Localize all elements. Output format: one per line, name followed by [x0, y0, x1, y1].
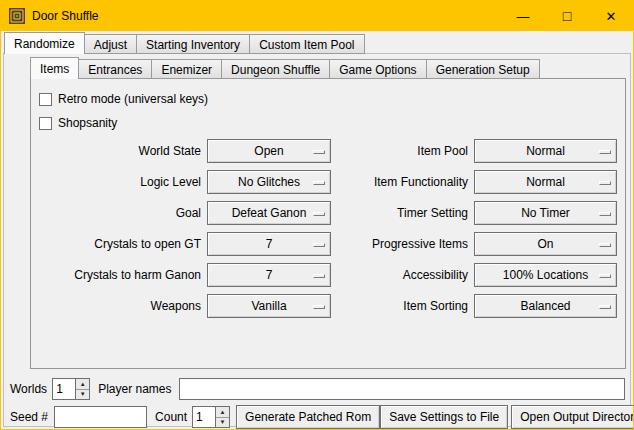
items-panel: Retro mode (universal keys) Shopsanity W… — [30, 78, 626, 369]
checkbox-unchecked-icon — [39, 93, 52, 106]
logic-level-value: No Glitches — [238, 175, 300, 189]
item-functionality-dropdown[interactable]: Normal — [474, 170, 617, 194]
worlds-input[interactable] — [52, 378, 75, 400]
count-spinner-arrows: ▲ ▼ — [215, 406, 230, 428]
dropdown-indicator-icon — [599, 150, 611, 154]
dropdown-indicator-icon — [313, 150, 325, 154]
window-controls: — □ ✕ — [501, 1, 633, 31]
accessibility-value: 100% Locations — [503, 268, 588, 282]
progressive-items-dropdown[interactable]: On — [474, 232, 617, 256]
app-icon[interactable] — [9, 8, 25, 24]
tab-dungeon-shuffle[interactable]: Dungeon Shuffle — [221, 59, 330, 79]
timer-setting-label: Timer Setting — [337, 197, 468, 228]
checkbox-unchecked-icon — [39, 117, 52, 130]
player-names-label: Player names — [98, 382, 171, 396]
world-state-label: World State — [31, 135, 201, 166]
world-state-dropdown[interactable]: Open — [207, 139, 331, 163]
item-pool-dropdown[interactable]: Normal — [474, 139, 617, 163]
crystals-open-gt-dropdown[interactable]: 7 — [207, 232, 331, 256]
tab-enemizer[interactable]: Enemizer — [151, 59, 222, 79]
item-sorting-label: Item Sorting — [337, 290, 468, 321]
door-shuffle-window: Door Shuffle — □ ✕ Randomize Adjust Star… — [0, 0, 634, 430]
secondary-tabs: Items Entrances Enemizer Dungeon Shuffle… — [30, 57, 540, 79]
dropdown-indicator-icon — [599, 305, 611, 309]
tab-entrances[interactable]: Entrances — [78, 59, 152, 79]
primary-tabs: Randomize Adjust Starting Inventory Cust… — [4, 32, 365, 54]
progressive-items-label: Progressive Items — [337, 228, 468, 259]
titlebar[interactable]: Door Shuffle — □ ✕ — [1, 1, 633, 31]
spin-up-icon[interactable]: ▲ — [76, 379, 89, 390]
maximize-button[interactable]: □ — [545, 1, 589, 31]
shopsanity-label: Shopsanity — [58, 116, 117, 130]
seed-row: Seed # Count ▲ ▼ Generate Patched Rom Sa… — [10, 405, 625, 429]
weapons-dropdown[interactable]: Vanilla — [207, 294, 331, 318]
worlds-spinner-arrows: ▲ ▼ — [75, 378, 90, 400]
save-settings-button[interactable]: Save Settings to File — [380, 405, 508, 429]
crystals-harm-ganon-dropdown[interactable]: 7 — [207, 263, 331, 287]
world-state-value: Open — [254, 144, 283, 158]
checkbox-group: Retro mode (universal keys) Shopsanity — [39, 87, 208, 135]
item-functionality-label: Item Functionality — [337, 166, 468, 197]
spin-down-icon[interactable]: ▼ — [216, 418, 229, 428]
spin-down-icon[interactable]: ▼ — [76, 390, 89, 400]
item-pool-label: Item Pool — [337, 135, 468, 166]
player-names-input[interactable] — [179, 378, 626, 400]
dropdown-indicator-icon — [599, 274, 611, 278]
accessibility-dropdown[interactable]: 100% Locations — [474, 263, 617, 287]
retro-mode-checkbox[interactable]: Retro mode (universal keys) — [39, 87, 208, 111]
dropdown-indicator-icon — [313, 212, 325, 216]
dropdown-indicator-icon — [313, 274, 325, 278]
tab-adjust[interactable]: Adjust — [84, 34, 137, 54]
goal-value: Defeat Ganon — [232, 206, 307, 220]
generate-rom-button[interactable]: Generate Patched Rom — [236, 405, 380, 429]
timer-setting-dropdown[interactable]: No Timer — [474, 201, 617, 225]
shopsanity-checkbox[interactable]: Shopsanity — [39, 111, 208, 135]
crystals-harm-ganon-value: 7 — [266, 268, 273, 282]
progressive-items-value: On — [537, 237, 553, 251]
open-output-directory-button[interactable]: Open Output Directory — [511, 405, 634, 429]
minimize-button[interactable]: — — [501, 1, 545, 31]
dropdown-indicator-icon — [313, 305, 325, 309]
crystals-open-gt-value: 7 — [266, 237, 273, 251]
crystals-harm-ganon-label: Crystals to harm Ganon — [31, 259, 201, 290]
logic-level-label: Logic Level — [31, 166, 201, 197]
timer-setting-value: No Timer — [521, 206, 570, 220]
randomize-panel: Items Entrances Enemizer Dungeon Shuffle… — [3, 53, 631, 427]
worlds-spinner[interactable]: ▲ ▼ — [52, 378, 90, 400]
dropdown-indicator-icon — [313, 243, 325, 247]
item-pool-value: Normal — [526, 144, 565, 158]
tab-items[interactable]: Items — [30, 57, 79, 79]
retro-mode-label: Retro mode (universal keys) — [58, 92, 208, 106]
accessibility-label: Accessibility — [337, 259, 468, 290]
item-sorting-dropdown[interactable]: Balanced — [474, 294, 617, 318]
worlds-label: Worlds — [10, 382, 47, 396]
dropdown-indicator-icon — [313, 181, 325, 185]
spin-up-icon[interactable]: ▲ — [216, 407, 229, 418]
worlds-row: Worlds ▲ ▼ Player names — [10, 377, 625, 401]
seed-input[interactable] — [54, 406, 147, 428]
window-title: Door Shuffle — [32, 9, 99, 23]
goal-dropdown[interactable]: Defeat Ganon — [207, 201, 331, 225]
count-input[interactable] — [192, 406, 215, 428]
item-functionality-value: Normal — [526, 175, 565, 189]
tab-starting-inventory[interactable]: Starting Inventory — [136, 34, 250, 54]
seed-label: Seed # — [10, 410, 48, 424]
dropdown-indicator-icon — [599, 181, 611, 185]
close-button[interactable]: ✕ — [589, 1, 633, 31]
tab-generation-setup[interactable]: Generation Setup — [426, 59, 540, 79]
tab-randomize[interactable]: Randomize — [4, 32, 85, 54]
count-label: Count — [155, 410, 187, 424]
dropdown-indicator-icon — [599, 243, 611, 247]
count-spinner[interactable]: ▲ ▼ — [192, 406, 230, 428]
options-grid: World State Open Item Pool Normal Logic … — [31, 135, 617, 321]
crystals-open-gt-label: Crystals to open GT — [31, 228, 201, 259]
tab-custom-item-pool[interactable]: Custom Item Pool — [249, 34, 364, 54]
weapons-value: Vanilla — [251, 299, 286, 313]
weapons-label: Weapons — [31, 290, 201, 321]
item-sorting-value: Balanced — [520, 299, 570, 313]
logic-level-dropdown[interactable]: No Glitches — [207, 170, 331, 194]
tab-game-options[interactable]: Game Options — [329, 59, 426, 79]
goal-label: Goal — [31, 197, 201, 228]
dropdown-indicator-icon — [599, 212, 611, 216]
